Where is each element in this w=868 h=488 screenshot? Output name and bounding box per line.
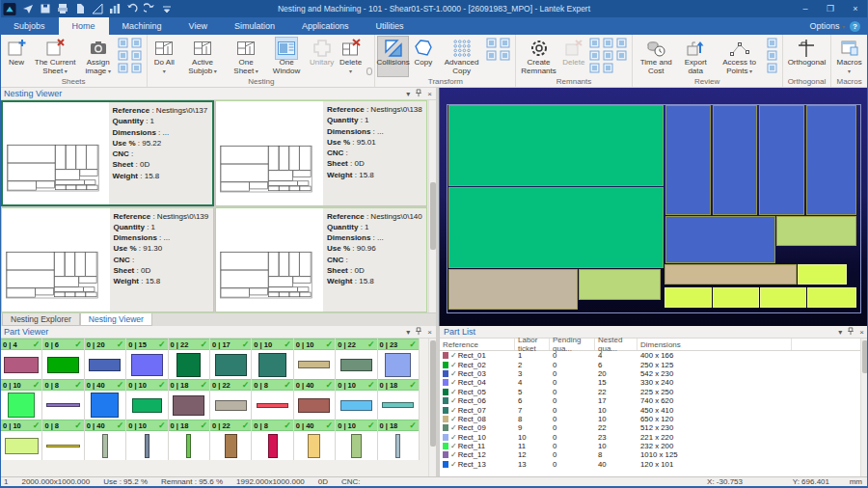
part-cell[interactable]: 0 | 22✓ (210, 379, 252, 420)
part-cell[interactable]: 0 | 18✓ (378, 379, 420, 420)
export-data-button[interactable]: Export data (678, 36, 714, 77)
tab-nesting-viewer[interactable]: Nesting Viewer (80, 313, 152, 326)
stats-icon[interactable] (109, 3, 121, 14)
nested-part[interactable] (665, 287, 712, 308)
table-row[interactable]: ✓Rect_1212081010 x 125 (440, 450, 868, 459)
table-row[interactable]: ✓Rect_01104400 x 166 (440, 351, 868, 360)
mini-icon[interactable] (118, 38, 129, 49)
table-row[interactable]: ✓Rect_02206250 x 125 (440, 360, 868, 368)
close-icon[interactable]: × (427, 328, 432, 337)
part-cell[interactable]: 0 | 22✓ (336, 339, 377, 379)
nested-part[interactable] (448, 269, 578, 310)
nested-part[interactable] (713, 105, 757, 215)
new-button[interactable]: New (2, 36, 31, 77)
create-remnants-button[interactable]: Create Remnants (518, 36, 558, 77)
panel-menu-icon[interactable]: ▾ (406, 90, 410, 98)
nesting-cell-4[interactable]: Reference : Nestings\0\140Quantity : 1Di… (215, 207, 428, 313)
nested-part[interactable] (665, 264, 797, 285)
nested-part[interactable] (798, 264, 847, 285)
the-current-sheet-button[interactable]: The Current Sheet ▾ (31, 36, 79, 77)
column-header-labor-ticket[interactable]: Labor ticket (515, 339, 550, 350)
close-icon[interactable]: × (427, 90, 432, 98)
table-row[interactable]: ✓Rect_1313040120 x 101 (440, 460, 868, 469)
nesting-viewer-scrollbar[interactable] (428, 100, 436, 312)
part-cell[interactable]: 0 | 40✓ (294, 379, 336, 420)
panel-menu-icon[interactable]: ▾ (838, 328, 842, 337)
part-cell[interactable]: 0 | 17✓ (210, 339, 252, 379)
part-cell[interactable]: 0 | 8✓ (252, 420, 293, 460)
minimize-button[interactable]: – (793, 0, 818, 17)
mini-icon[interactable] (486, 50, 498, 62)
nesting-canvas[interactable] (439, 88, 868, 326)
mini-icon[interactable] (486, 38, 498, 49)
table-row[interactable]: ✓Rect_1111010232 x 200 (440, 442, 868, 450)
mini-icon[interactable] (767, 63, 778, 74)
measure-icon[interactable] (92, 3, 103, 14)
panel-menu-icon[interactable]: ▾ (406, 328, 410, 337)
part-cell[interactable]: 0 | 18✓ (169, 379, 210, 420)
column-header-nested-qua[interactable]: Nested qua... (595, 339, 637, 350)
part-cell[interactable]: 0 | 22✓ (210, 420, 252, 460)
part-cell[interactable]: 0 | 10✓ (336, 420, 377, 460)
do-all-button[interactable]: Do All ▾ (149, 36, 178, 77)
column-header-pending-qua[interactable]: Pending qua... (550, 339, 595, 350)
part-cell[interactable]: 0 | 8✓ (42, 379, 84, 420)
macros-button[interactable]: Macros ▾ (833, 36, 865, 77)
nested-part[interactable] (713, 287, 759, 308)
nested-part[interactable] (759, 105, 804, 215)
table-row[interactable]: ✓Rect_077010450 x 410 (440, 405, 868, 414)
time-and-cost-button[interactable]: Time and Cost (635, 36, 678, 77)
tab-applications[interactable]: Applications (288, 17, 363, 35)
part-cell[interactable]: 0 | 4✓ (1, 339, 42, 379)
part-cell[interactable]: 0 | 15✓ (126, 339, 168, 379)
save-icon[interactable] (40, 3, 51, 14)
part-cell[interactable]: 0 | 6✓ (42, 339, 84, 379)
new-doc-icon[interactable] (74, 3, 86, 14)
tab-view[interactable]: View (176, 17, 221, 35)
pin-icon[interactable] (847, 327, 854, 338)
part-cell[interactable]: 0 | 10✓ (294, 339, 336, 379)
tab-machining[interactable]: Machining (109, 17, 176, 35)
mini-icon[interactable] (500, 50, 511, 62)
mini-icon[interactable] (767, 38, 778, 49)
part-viewer-scrollbar[interactable] (428, 339, 436, 476)
part-cell[interactable]: 0 | 20✓ (85, 339, 126, 379)
active-subjob-button[interactable]: Active Subjob ▾ (178, 36, 226, 77)
tab-utilities[interactable]: Utilities (363, 17, 418, 35)
nested-part[interactable] (665, 105, 711, 215)
part-cell[interactable]: 0 | 10✓ (126, 379, 168, 420)
nesting-cell-3[interactable]: Reference : Nestings\0\139Quantity : 1Di… (1, 207, 214, 313)
mini-icon[interactable] (603, 50, 614, 62)
redo-icon[interactable] (144, 3, 155, 14)
mini-icon[interactable] (500, 38, 511, 49)
table-row[interactable]: ✓Rect_055022225 x 250 (440, 388, 868, 396)
tab-nesting-explorer[interactable]: Nesting Explorer (2, 313, 80, 326)
column-header-dimensions[interactable]: Dimensions (637, 339, 792, 350)
part-cell[interactable]: 0 | 10✓ (126, 420, 168, 460)
nested-part[interactable] (448, 187, 664, 268)
send-icon[interactable] (22, 3, 34, 14)
table-row[interactable]: ✓Rect_066017740 x 620 (440, 396, 868, 405)
delete-button[interactable]: Delete ▾ (337, 36, 366, 77)
part-cell[interactable]: 0 | 18✓ (169, 420, 210, 460)
part-cell[interactable]: 0 | 40✓ (85, 379, 126, 420)
nested-part[interactable] (806, 105, 856, 215)
part-cell[interactable]: 0 | 8✓ (42, 420, 84, 460)
mini-icon[interactable] (131, 63, 143, 74)
one-sheet-button[interactable]: One Sheet ▾ (227, 36, 266, 77)
one-window-button[interactable]: One Window (266, 36, 308, 77)
nested-part[interactable] (665, 216, 775, 263)
assign-image-button[interactable]: Assign image ▾ (79, 36, 117, 77)
pin-icon[interactable] (415, 89, 422, 99)
column-header-reference[interactable]: Reference (440, 339, 515, 350)
advanced-copy-button[interactable]: Advanced Copy (438, 36, 485, 77)
part-cell[interactable]: 0 | 10✓ (252, 339, 293, 379)
mini-icon[interactable] (616, 50, 628, 62)
mini-icon[interactable] (118, 63, 129, 74)
part-cell[interactable]: 0 | 40✓ (85, 420, 126, 460)
mini-icon[interactable] (131, 50, 143, 62)
mini-icon[interactable] (603, 63, 614, 74)
qat-customize-icon[interactable] (161, 3, 173, 14)
tab-subjobs[interactable]: Subjobs (0, 17, 59, 35)
part-cell[interactable]: 0 | 10✓ (336, 379, 377, 420)
